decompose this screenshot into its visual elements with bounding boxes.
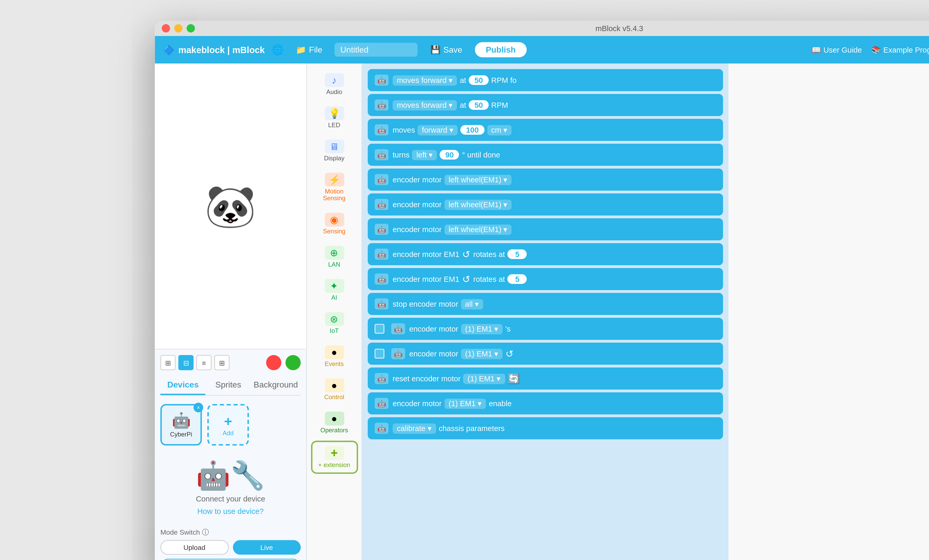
remove-device-button[interactable]: × <box>194 403 203 412</box>
file-menu[interactable]: 📁 File <box>290 43 328 57</box>
block-encoder-motor-enable[interactable]: 🤖 encoder motor (1) EM1 ▾ enable <box>368 392 723 415</box>
block-encoder-motor-2[interactable]: 🤖 encoder motor left wheel(EM1) ▾ <box>368 193 723 216</box>
connect-device-button[interactable]: ⚓ ⚓ Connect <box>161 559 301 560</box>
upload-mode-button[interactable]: Upload <box>161 540 228 555</box>
category-ai[interactable]: ✦ AI <box>311 275 358 305</box>
how-to-use-link[interactable]: How to use device? <box>197 507 264 515</box>
block-text-11: encoder motor (1) EM1 ▾ 's <box>409 323 510 334</box>
cm-value[interactable]: 100 <box>460 125 484 135</box>
examples-icon: 📚 <box>871 45 881 54</box>
fullscreen-button[interactable] <box>187 24 195 32</box>
sprite-tabs: Devices Sprites Background <box>161 376 301 396</box>
category-audio[interactable]: ♪ Audio <box>311 69 358 99</box>
category-control[interactable]: ● Control <box>311 374 358 405</box>
category-events[interactable]: ● Events <box>311 341 358 372</box>
robot-icon-9: 🤖 <box>374 274 388 285</box>
block-text-2: moves forward ▾ at 50 RPM <box>393 100 508 110</box>
category-sensing[interactable]: ◉ Sensing <box>311 208 358 239</box>
view-list-icon[interactable]: ≡ <box>196 355 212 370</box>
wheel-dropdown-1[interactable]: left wheel(EM1) ▾ <box>445 174 512 185</box>
category-led[interactable]: 💡 LED <box>311 102 358 133</box>
wheel-dropdown-3[interactable]: left wheel(EM1) ▾ <box>445 224 512 234</box>
view-full-icon[interactable]: ⊞ <box>161 355 176 370</box>
sprite-panel: ⊞ ⊟ ≡ ⊞ Devices Sprites Background <box>155 349 306 454</box>
block-encoder-motor-rotates-2[interactable]: 🤖 encoder motor EM1 ↺ rotates at 5 <box>368 268 723 290</box>
add-device-button[interactable]: + Add <box>207 404 249 445</box>
sprite-item-cyberpi[interactable]: × 🤖 CyberPi <box>161 404 202 445</box>
rpm-value-2[interactable]: 50 <box>469 100 488 110</box>
em-dropdown-2[interactable]: (1) EM1 ▾ <box>461 348 503 359</box>
em-dropdown-1[interactable]: (1) EM1 ▾ <box>461 323 503 334</box>
left-panel: 🐼 ⊞ ⊟ ≡ ⊞ Devices <box>155 63 307 560</box>
robot-icon-6: 🤖 <box>374 199 388 210</box>
wheel-dropdown-2[interactable]: left wheel(EM1) ▾ <box>445 199 512 210</box>
category-iot[interactable]: ⊛ IoT <box>311 308 358 338</box>
play-button[interactable] <box>285 355 301 370</box>
panda-sprite: 🐼 <box>204 182 256 231</box>
view-dots-icon[interactable]: ⊞ <box>215 355 230 370</box>
block-encoder-motor-3[interactable]: 🤖 encoder motor left wheel(EM1) ▾ <box>368 218 723 240</box>
em-dropdown-3[interactable]: (1) EM1 ▾ <box>463 373 505 384</box>
checkbox-1[interactable] <box>374 324 384 334</box>
logo-icon: 🔷 <box>163 44 174 55</box>
robot-icon-13: 🤖 <box>374 373 388 384</box>
save-button[interactable]: 💾 Save <box>425 43 468 57</box>
block-moves-forward-rpm-for[interactable]: 🤖 moves forward ▾ at 50 RPM fo <box>368 69 723 91</box>
robot-icon-7: 🤖 <box>374 224 388 235</box>
record-button[interactable] <box>266 355 282 370</box>
motion-sensing-label: Motion Sensing <box>313 188 355 202</box>
project-title-input[interactable] <box>335 43 418 57</box>
category-motion-sensing[interactable]: ⚡ Motion Sensing <box>311 168 358 206</box>
example-programs-link[interactable]: 📚 Example Programs <box>871 45 929 54</box>
block-encoder-motor-1[interactable]: 🤖 encoder motor left wheel(EM1) ▾ <box>368 168 723 191</box>
sprite-stage: 🐼 <box>155 63 306 349</box>
tab-sprites[interactable]: Sprites <box>205 376 251 395</box>
category-extension[interactable]: + + extension <box>311 441 358 474</box>
add-label: Add <box>223 429 234 436</box>
block-moves-forward-cm[interactable]: 🤖 moves forward ▾ 100 cm ▾ <box>368 119 723 141</box>
file-label: File <box>309 45 322 54</box>
live-mode-button[interactable]: Live <box>233 540 301 555</box>
block-text-8: encoder motor EM1 ↺ rotates at 5 <box>393 249 527 260</box>
robot-icon-10: 🤖 <box>374 298 388 309</box>
save-icon: 💾 <box>430 45 441 54</box>
mode-buttons: Upload Live <box>161 540 301 555</box>
add-plus-icon: + <box>224 413 232 429</box>
block-encoder-motor-checkbox-1[interactable]: 🤖 encoder motor (1) EM1 ▾ 's <box>368 318 723 340</box>
direction-dropdown[interactable]: moves forward ▾ <box>393 75 457 85</box>
block-stop-encoder-motor[interactable]: 🤖 stop encoder motor all ▾ <box>368 293 723 315</box>
close-button[interactable] <box>162 24 170 32</box>
user-guide-link[interactable]: 📖 User Guide <box>812 45 862 54</box>
view-grid-icon[interactable]: ⊟ <box>178 355 194 370</box>
publish-button[interactable]: Publish <box>475 42 527 58</box>
events-icon: ● <box>325 345 344 359</box>
degrees-value[interactable]: 90 <box>440 150 459 159</box>
category-lan[interactable]: ⊕ LAN <box>311 242 358 272</box>
minimize-button[interactable] <box>174 24 182 32</box>
rotates-value-1[interactable]: 5 <box>508 249 527 259</box>
category-display[interactable]: 🖥 Display <box>311 135 358 166</box>
block-reset-encoder-motor[interactable]: 🤖 reset encoder motor (1) EM1 ▾ 🔄 <box>368 367 723 390</box>
turn-direction-dropdown[interactable]: left ▾ <box>412 150 437 160</box>
block-text-14: encoder motor (1) EM1 ▾ enable <box>393 398 512 409</box>
direction-dropdown-2[interactable]: moves forward ▾ <box>393 100 457 110</box>
block-moves-forward-rpm[interactable]: 🤖 moves forward ▾ at 50 RPM <box>368 94 723 116</box>
block-calibrate-chassis[interactable]: 🤖 calibrate ▾ chassis parameters <box>368 417 723 439</box>
category-operators[interactable]: ● Operators <box>311 407 358 438</box>
checkbox-2[interactable] <box>374 349 384 358</box>
cyberpi-label: CyberPi <box>170 431 192 438</box>
direction-dropdown-3[interactable]: forward ▾ <box>418 125 458 135</box>
calibrate-dropdown[interactable]: calibrate ▾ <box>393 423 436 433</box>
block-encoder-motor-checkbox-2[interactable]: 🤖 encoder motor (1) EM1 ▾ ↺ <box>368 343 723 365</box>
block-encoder-motor-rotates-1[interactable]: 🤖 encoder motor EM1 ↺ rotates at 5 <box>368 243 723 265</box>
unit-dropdown[interactable]: cm ▾ <box>487 125 512 135</box>
block-turns-left[interactable]: 🤖 turns left ▾ 90 ° until done <box>368 144 723 166</box>
rpm-value-1[interactable]: 50 <box>469 75 488 85</box>
em-dropdown-4[interactable]: (1) EM1 ▾ <box>445 398 486 409</box>
rotates-value-2[interactable]: 5 <box>508 274 527 284</box>
stop-all-dropdown[interactable]: all ▾ <box>461 298 483 309</box>
globe-icon[interactable]: 🌐 <box>271 44 283 55</box>
view-controls: ⊞ ⊟ ≡ ⊞ <box>161 355 301 370</box>
tab-devices[interactable]: Devices <box>161 376 206 395</box>
tab-background[interactable]: Background <box>251 376 301 395</box>
